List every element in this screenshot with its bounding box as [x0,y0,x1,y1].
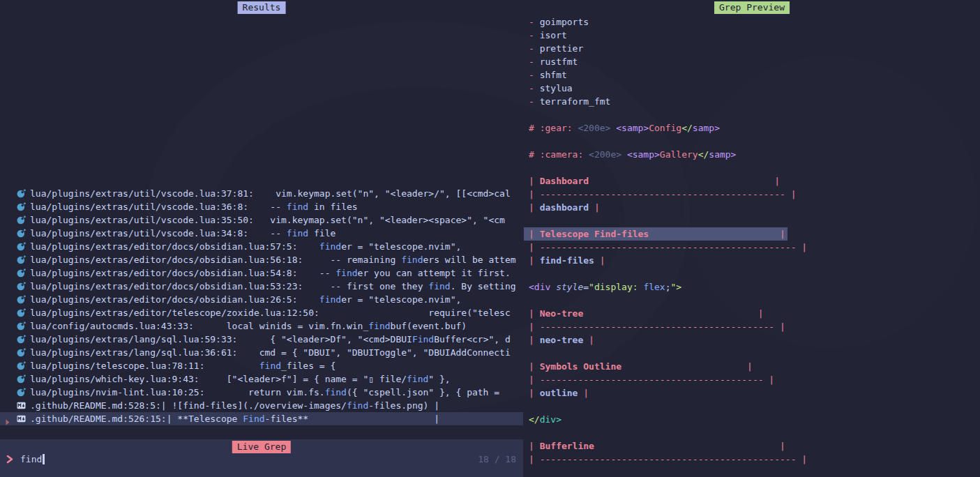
search-query: find [20,453,42,466]
preview-line: - shfmt [524,68,980,82]
result-row[interactable]: lua/config/autocmds.lua:43:33: local win… [0,319,523,333]
lua-file-icon [17,321,26,331]
search-input[interactable]: find [6,453,45,466]
preview-line: | find-files | [524,254,980,267]
preview-line [524,400,980,413]
result-row[interactable]: lua/plugins/extras/lang/sql.lua:59:33: {… [0,333,523,346]
preview-line [524,135,980,148]
result-row[interactable]: lua/plugins/extras/editor/docs/obsidian.… [0,280,523,293]
lua-file-icon [17,255,26,264]
result-row[interactable]: lua/plugins/telescope.lua:78:11: find_fi… [0,359,523,372]
prompt-chevron-icon [6,454,14,464]
preview-line: | --------------------------------------… [524,320,980,333]
match-counter: 18 / 18 [478,453,516,466]
preview-line: - goimports [524,15,980,29]
preview-line [524,426,980,439]
preview-line [524,267,980,280]
preview-lines: - goimports- isort- prettier- rustfmt- s… [524,15,980,466]
lua-file-icon [17,189,26,198]
result-row[interactable]: lua/plugins/extras/editor/telescope/zoxi… [0,306,523,319]
preview-line: | --------------------------------------… [524,453,980,466]
lua-file-icon [17,361,26,370]
result-text: lua/plugins/extras/editor/docs/obsidian.… [30,240,461,253]
result-text: lua/plugins/extras/util/vscode.lua:35:50… [30,213,505,227]
lua-file-icon [17,374,26,384]
result-text: lua/plugins/extras/lang/sql.lua:59:33: {… [30,333,511,346]
results-panel: Results lua/plugins/extras/util/vscode.l… [0,0,523,439]
lua-file-icon [17,202,26,211]
result-row[interactable]: lua/plugins/extras/util/vscode.lua:37:81… [0,187,523,200]
result-row-selected[interactable]: .github/README.md:526:15:| **Telescope F… [0,412,523,425]
preview-line-highlighted: | Telescope Find-files | [524,227,980,241]
preview-line: - stylua [524,82,980,95]
lua-file-icon [17,388,26,397]
result-text: .github/README.md:528:5:| ![find-files](… [30,399,439,412]
result-row[interactable]: lua/plugins/nvim-lint.lua:10:25: return … [0,386,523,399]
result-text: lua/plugins/extras/editor/docs/obsidian.… [30,293,461,306]
result-text: lua/plugins/extras/util/vscode.lua:37:81… [30,187,511,200]
preview-line [524,214,980,227]
preview-line: | Neo-tree | [524,307,980,320]
preview-line: - prettier [524,42,980,55]
preview-line: | Dashboard | [524,174,980,188]
preview-line: - terraform_fmt [524,95,980,108]
result-text: lua/plugins/extras/util/vscode.lua:34:8:… [30,227,336,240]
preview-line: - isort [524,29,980,42]
lua-file-icon [17,282,26,291]
result-row[interactable]: lua/plugins/extras/util/vscode.lua:34:8:… [0,227,523,240]
lua-file-icon [17,215,26,225]
markdown-file-icon [17,402,26,409]
lua-file-icon [17,229,26,238]
preview-line [524,294,980,307]
result-text: lua/plugins/extras/lang/sql.lua:36:61: c… [30,346,511,359]
lua-file-icon [17,348,26,357]
telescope-live-grep-window: Results lua/plugins/extras/util/vscode.l… [0,0,980,477]
prompt-title: Live Grep [232,441,291,453]
selected-caret-icon [6,416,10,425]
result-text: lua/plugins/which-key.lua:9:43: ["<leade… [30,372,451,386]
preview-line: | outline | [524,386,980,400]
preview-line: </div> [524,413,980,426]
preview-line: <div style="display: flex;"> [524,280,980,294]
result-row[interactable]: lua/plugins/extras/util/vscode.lua:36:8:… [0,200,523,213]
result-text: lua/plugins/extras/util/vscode.lua:36:8:… [30,200,358,213]
preview-panel: Grep Preview - goimports- isort- prettie… [524,0,980,477]
markdown-file-icon [17,415,26,423]
result-row[interactable]: lua/plugins/which-key.lua:9:43: ["<leade… [0,372,523,386]
result-text: lua/plugins/extras/editor/docs/obsidian.… [30,253,516,266]
result-text: lua/plugins/telescope.lua:78:11: find_fi… [30,359,336,372]
preview-line: | Symbols Outline | [524,360,980,373]
preview-line [524,108,980,121]
preview-line: | --------------------------------------… [524,373,980,386]
text-cursor [43,454,45,464]
preview-line: | dashboard | [524,201,980,214]
lua-file-icon [17,242,26,251]
result-row[interactable]: lua/plugins/extras/editor/docs/obsidian.… [0,253,523,266]
result-row[interactable]: .github/README.md:528:5:| ![find-files](… [0,399,523,412]
lua-file-icon [17,335,26,344]
result-row[interactable]: lua/plugins/extras/util/vscode.lua:35:50… [0,213,523,227]
lua-file-icon [17,295,26,304]
result-row[interactable]: lua/plugins/extras/editor/docs/obsidian.… [0,266,523,280]
preview-line: - rustfmt [524,55,980,68]
result-text: lua/plugins/extras/editor/docs/obsidian.… [30,266,511,280]
result-text: lua/config/autocmds.lua:43:33: local win… [30,319,467,333]
preview-line: # :camera: <200e> <samp>Gallery</samp> [524,148,980,161]
result-text: lua/plugins/nvim-lint.lua:10:25: return … [30,386,499,399]
prompt-bar[interactable]: Live Grep find 18 / 18 [0,439,523,477]
result-row[interactable]: lua/plugins/extras/editor/docs/obsidian.… [0,293,523,306]
preview-match-highlight: | Telescope Find-files | [524,227,787,241]
result-row[interactable]: lua/plugins/extras/editor/docs/obsidian.… [0,240,523,253]
lua-file-icon [17,268,26,278]
preview-line: | Bufferline | [524,439,980,453]
preview-line: # :gear: <200e> <samp>Config</samp> [524,121,980,135]
results-list: lua/plugins/extras/util/vscode.lua:37:81… [0,187,523,425]
lua-file-icon [17,308,26,317]
results-title: Results [238,1,286,14]
preview-line: | --------------------------------------… [524,241,980,254]
preview-line: | --------------------------------------… [524,188,980,201]
result-row[interactable]: lua/plugins/extras/lang/sql.lua:36:61: c… [0,346,523,359]
preview-line [524,161,980,174]
result-text: .github/README.md:526:15:| **Telescope F… [30,412,439,425]
preview-line: | neo-tree | [524,333,980,347]
